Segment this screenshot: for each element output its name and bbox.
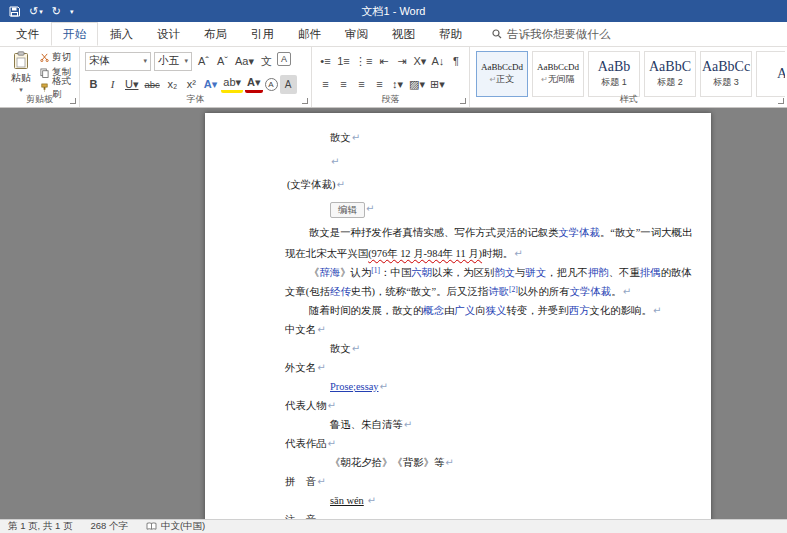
paste-button[interactable]: 粘贴 ▾ — [6, 51, 36, 96]
numbering-button[interactable]: 1≡ — [335, 52, 352, 71]
superscript-button[interactable]: x² — [183, 75, 200, 94]
character-shading-button[interactable]: A — [280, 75, 297, 94]
clipboard-dialog-launcher-icon[interactable] — [70, 98, 76, 104]
decrease-indent-button[interactable]: ⇤ — [375, 52, 392, 71]
justify-button[interactable]: ≡ — [371, 75, 388, 94]
tab-insert[interactable]: 插入 — [98, 22, 145, 46]
cut-button[interactable]: 剪切 — [40, 51, 79, 64]
doc-line[interactable]: 《辞海》认为[1]：中国六朝以来，为区别韵文与骈文，把凡不押韵、不重排偶的散体 — [205, 263, 711, 282]
align-left-button[interactable]: ≡ — [317, 75, 334, 94]
doc-line[interactable]: 代表作品↵ — [205, 434, 711, 453]
bold-button[interactable]: B — [85, 75, 102, 94]
status-bar: 第 1 页, 共 1 页 268 个字 中文(中国) — [0, 519, 787, 533]
phonetic-guide-button[interactable]: 文 — [258, 52, 275, 71]
underline-button[interactable]: U▾ — [123, 75, 140, 94]
doc-line[interactable]: 代表人物↵ — [205, 396, 711, 415]
doc-line[interactable]: 散文↵ — [205, 126, 711, 150]
style-heading-2[interactable]: AaBbC标题 2 — [644, 51, 696, 97]
font-dialog-launcher-icon[interactable] — [302, 98, 308, 104]
font-size-combo[interactable]: 小五▾ — [154, 52, 192, 71]
doc-line[interactable]: 现在北宋太平兴国(976年 12 月-984年 11 月)时期。↵ — [205, 244, 711, 263]
style-no-spacing[interactable]: AaBbCcDd↵无间隔 — [532, 51, 584, 97]
doc-line[interactable]: 散文↵ — [205, 339, 711, 358]
text-run: 时期。 — [482, 248, 513, 259]
styles-group: AaBbCcDd↵正文AaBbCcDd↵无间隔AaBb标题 1AaBbC标题 2… — [470, 47, 787, 107]
borders-button[interactable]: ⊞▾ — [428, 75, 447, 94]
shrink-font-button[interactable]: Aˇ — [214, 52, 231, 71]
text-run: 拼 音 — [285, 476, 316, 487]
tab-file[interactable]: 文件 — [4, 22, 51, 46]
language-status[interactable]: 中文(中国) — [146, 520, 205, 533]
styles-dialog-launcher-icon[interactable] — [778, 98, 784, 104]
sort-button[interactable]: A↓ — [429, 52, 446, 71]
tab-review[interactable]: 审阅 — [333, 22, 380, 46]
multilevel-list-button[interactable]: ⋮≡ — [353, 52, 374, 71]
tab-home[interactable]: 开始 — [51, 22, 98, 46]
word-count-status[interactable]: 268 个字 — [90, 520, 128, 533]
doc-line[interactable]: 散文是一种抒发作者真情实感、写作方式灵活的记叙类文学体裁。“散文”一词大概出 — [205, 222, 711, 244]
style-heading-4[interactable]: A — [756, 51, 785, 97]
tab-references[interactable]: 引用 — [239, 22, 286, 46]
tab-mailings[interactable]: 邮件 — [286, 22, 333, 46]
line-spacing-button[interactable]: ↕▾ — [389, 75, 406, 94]
page-number-status[interactable]: 第 1 页, 共 1 页 — [8, 520, 72, 533]
paragraph-dialog-launcher-icon[interactable] — [460, 98, 466, 104]
subscript-button[interactable]: x₂ — [164, 75, 181, 94]
asian-layout-button[interactable]: X▾ — [411, 52, 428, 71]
style-name: 标题 1 — [601, 76, 627, 89]
font-group-label: 字体 — [80, 93, 311, 106]
doc-line[interactable]: 随着时间的发展，散文的概念由广义向狭义转变，并受到西方文化的影响。↵ — [205, 301, 711, 320]
paragraph-style-mark-icon: ↵ — [541, 75, 548, 84]
shading-button[interactable]: ▨▾ — [407, 75, 427, 94]
undo-button[interactable]: ↺▾ — [29, 6, 43, 17]
style-normal[interactable]: AaBbCcDd↵正文 — [476, 51, 528, 97]
link-text: 文学体裁 — [558, 227, 600, 238]
style-heading-3[interactable]: AaBbCc标题 3 — [700, 51, 752, 97]
font-name-combo[interactable]: 宋体▾ — [85, 52, 151, 71]
style-heading-1[interactable]: AaBb标题 1 — [588, 51, 640, 97]
doc-line[interactable]: 编辑↵ — [205, 196, 711, 222]
doc-line[interactable]: 外文名↵ — [205, 358, 711, 377]
text-run: 》认为 — [340, 267, 371, 278]
doc-line[interactable]: 拼 音↵ — [205, 472, 711, 491]
doc-line[interactable]: sǎn wén ↵ — [205, 491, 711, 510]
tell-me-box[interactable]: 告诉我你想要做什么 — [482, 22, 621, 46]
grow-font-button[interactable]: Aˆ — [195, 52, 212, 71]
font-color-button[interactable]: A▾ — [245, 76, 262, 93]
show-marks-button[interactable]: ¶ — [447, 52, 464, 71]
bullets-button[interactable]: •≡ — [317, 52, 334, 71]
enclose-characters-button[interactable]: A — [265, 78, 278, 91]
doc-line[interactable]: 文章(包括经传史书)，统称“散文”。后又泛指诗歌[2]以外的所有文学体裁。↵ — [205, 282, 711, 301]
italic-button[interactable]: I — [104, 75, 121, 94]
increase-indent-button[interactable]: ⇥ — [393, 52, 410, 71]
redo-button[interactable]: ↻ — [52, 6, 61, 17]
doc-line[interactable]: Prose;essay↵ — [205, 377, 711, 396]
character-border-button[interactable]: A — [277, 52, 291, 66]
change-case-button[interactable]: Aa▾ — [233, 52, 256, 71]
tab-help[interactable]: 帮助 — [427, 22, 474, 46]
link-text: 狭义 — [486, 305, 507, 316]
align-center-button[interactable]: ≡ — [335, 75, 352, 94]
text-run: 《朝花夕拾》《背影》等 — [330, 457, 444, 468]
tab-design[interactable]: 设计 — [145, 22, 192, 46]
customize-qat-icon[interactable]: ▾ — [70, 8, 74, 15]
doc-line[interactable]: 鲁迅、朱自清等↵ — [205, 415, 711, 434]
document-page[interactable]: 散文↵↵(文学体裁)↵编辑↵散文是一种抒发作者真情实感、写作方式灵活的记叙类文学… — [205, 113, 711, 519]
doc-line[interactable]: (文学体裁)↵ — [205, 174, 711, 196]
doc-line[interactable]: 注 音 — [205, 510, 711, 519]
save-icon[interactable] — [9, 6, 20, 17]
text-highlight-button[interactable]: ab▾ — [221, 76, 243, 93]
doc-line[interactable]: 《朝花夕拾》《背影》等↵ — [205, 453, 711, 472]
doc-line[interactable]: ↵ — [205, 150, 711, 174]
link-text: 押韵 — [588, 267, 609, 278]
doc-line[interactable]: 中文名↵ — [205, 320, 711, 339]
text-effects-button[interactable]: A▾ — [202, 75, 219, 94]
align-right-button[interactable]: ≡ — [353, 75, 370, 94]
reference-superscript: [1] — [371, 266, 380, 275]
tab-view[interactable]: 视图 — [380, 22, 427, 46]
paragraph-mark: ↵ — [623, 286, 631, 297]
strikethrough-button[interactable]: abc — [142, 75, 161, 94]
text-run: 散文 — [330, 132, 351, 143]
styles-group-label: 样式 — [470, 93, 787, 106]
tab-layout[interactable]: 布局 — [192, 22, 239, 46]
